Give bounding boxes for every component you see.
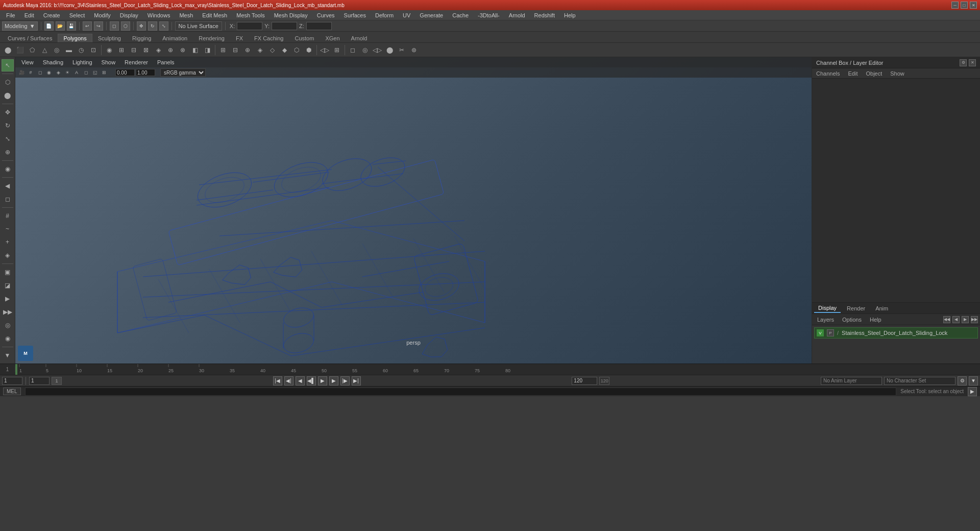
extrude-icon-btn[interactable]: ⊞ (116, 44, 127, 56)
wedge-btn[interactable]: ◆ (279, 44, 290, 56)
menu-edit[interactable]: Edit (20, 11, 38, 19)
next-frame-btn[interactable]: ▶ (329, 376, 338, 385)
end-frame-input[interactable] (572, 377, 597, 385)
show-manip-btn[interactable]: ◀ (2, 180, 14, 192)
menu-modify[interactable]: Modify (90, 11, 114, 19)
vp-field1[interactable] (115, 69, 135, 76)
insert-loop-btn[interactable]: ⊞ (217, 44, 229, 56)
ipr-btn[interactable]: ◪ (2, 279, 14, 292)
menu-create[interactable]: Create (39, 11, 64, 19)
soft-mod-btn[interactable]: ◉ (2, 163, 14, 175)
tab-custom[interactable]: Custom (289, 34, 320, 42)
bottom-btn[interactable]: ▼ (2, 349, 14, 361)
ch-tab-show[interactable]: Show (888, 69, 906, 78)
render-rgn-btn[interactable]: ▣ (2, 266, 14, 278)
xray-btn[interactable]: ◎ (2, 319, 14, 331)
menu-mesh-display[interactable]: Mesh Display (270, 11, 312, 19)
univ-manip-btn[interactable]: ⊕ (2, 146, 14, 158)
current-frame-input[interactable] (2, 377, 22, 385)
region-select-btn[interactable]: ◻ (2, 193, 14, 205)
vp-shaded-btn[interactable]: ◉ (45, 68, 53, 77)
torus-icon-btn[interactable]: ◎ (51, 44, 62, 56)
vp-grid-btn[interactable]: # (27, 68, 35, 77)
menu-file[interactable]: File (2, 11, 19, 19)
paint-sel-btn[interactable]: ⬤ (384, 44, 395, 56)
sel-constraint-btn[interactable]: ◻ (347, 44, 358, 56)
viewport[interactable]: View Shading Lighting Show Renderer Pane… (15, 57, 812, 364)
close-button[interactable]: ✕ (970, 2, 977, 9)
snap-view-btn[interactable]: ◈ (2, 249, 14, 261)
vp-renderer[interactable]: Renderer (120, 58, 152, 66)
le-options-btn[interactable]: Options (839, 316, 865, 324)
menu-3dtoall[interactable]: -3DtoAll- (474, 11, 504, 19)
rotate-tool-btn[interactable]: ↻ (2, 119, 14, 132)
lattice-btn[interactable]: ⊞ (331, 44, 342, 56)
pipe-icon-btn[interactable]: ⊡ (88, 44, 99, 56)
select-btn[interactable]: ◻ (110, 21, 119, 31)
merge-icon-btn[interactable]: ⊠ (140, 44, 152, 56)
script-exec-btn[interactable]: ▶ (968, 387, 977, 396)
menu-generate[interactable]: Generate (415, 11, 447, 19)
menu-uv[interactable]: UV (399, 11, 414, 19)
play-back-btn[interactable]: ◀▌ (307, 376, 316, 385)
le-tab-anim[interactable]: Anim (871, 304, 892, 312)
chamfer-btn[interactable]: ⬢ (303, 44, 314, 56)
target-weld-btn[interactable]: ⊛ (408, 44, 420, 56)
menu-edit-mesh[interactable]: Edit Mesh (198, 11, 231, 19)
xray-joints-btn[interactable]: ◉ (2, 332, 14, 345)
layer-row[interactable]: V P / Stainless_Steel_Door_Latch_Sliding… (814, 327, 978, 339)
sym-btn[interactable]: ◁▷ (372, 44, 383, 56)
le-prev-frame-btn[interactable]: ◀ (952, 316, 960, 323)
le-next-btn[interactable]: ▶▶ (971, 316, 978, 323)
vp-sel-btn[interactable]: ◻ (82, 68, 90, 77)
scale-tool-btn[interactable]: ⤡ (2, 133, 14, 145)
snap-curve-btn[interactable]: ~ (2, 223, 14, 235)
vp-iso-btn[interactable]: ◱ (91, 68, 99, 77)
menu-display[interactable]: Display (116, 11, 142, 19)
anim-settings-btn[interactable]: ▼ (969, 376, 978, 385)
le-layers-btn[interactable]: Layers (814, 316, 837, 324)
menu-help[interactable]: Help (560, 11, 580, 19)
menu-surfaces[interactable]: Surfaces (340, 11, 370, 19)
menu-windows[interactable]: Windows (143, 11, 175, 19)
save-btn[interactable]: 💾 (67, 21, 76, 31)
tab-animation[interactable]: Animation (157, 34, 193, 42)
menu-select[interactable]: Select (65, 11, 89, 19)
vp-shading[interactable]: Shading (39, 58, 67, 66)
separate-btn[interactable]: ◧ (189, 44, 201, 56)
new-scene-btn[interactable]: 📄 (44, 21, 54, 31)
le-prev-btn[interactable]: ◀◀ (943, 316, 950, 323)
duplicate-face-btn[interactable]: ⊕ (165, 44, 176, 56)
menu-arnold[interactable]: Arnold (505, 11, 529, 19)
layer-visibility-btn[interactable]: V (817, 329, 824, 336)
play-btn[interactable]: ▶ (318, 376, 327, 385)
tab-fx-caching[interactable]: FX Caching (249, 34, 289, 42)
prev-key-btn[interactable]: ◀| (284, 376, 293, 385)
minimize-button[interactable]: ─ (951, 2, 959, 9)
tab-fx[interactable]: FX (230, 34, 249, 42)
cb-close-btn[interactable]: ✕ (969, 59, 976, 66)
cone-icon-btn[interactable]: △ (39, 44, 50, 56)
current-frame2-input[interactable] (29, 377, 50, 385)
soft-sel-btn[interactable]: ◎ (359, 44, 371, 56)
slide-edge-btn[interactable]: ◈ (254, 44, 265, 56)
vp-show[interactable]: Show (97, 58, 120, 66)
goto-end-btn[interactable]: ▶| (352, 376, 361, 385)
vp-lighting[interactable]: Lighting (68, 58, 96, 66)
tab-curves-surfaces[interactable]: Curves / Surfaces (2, 34, 58, 42)
cb-settings-btn[interactable]: ⚙ (960, 59, 967, 66)
ch-tab-channels[interactable]: Channels (814, 69, 842, 78)
sphere-icon-btn[interactable]: ⬤ (2, 44, 13, 56)
vp-tex-btn[interactable]: ◈ (54, 68, 62, 77)
combine-btn[interactable]: ◨ (202, 44, 213, 56)
menu-curves[interactable]: Curves (313, 11, 339, 19)
le-help-btn[interactable]: Help (867, 316, 885, 324)
lasso-tool-btn[interactable]: ⬡ (2, 76, 14, 88)
scale-btn[interactable]: ⤡ (159, 21, 168, 31)
tab-arnold[interactable]: Arnold (346, 34, 373, 42)
menu-redshift[interactable]: Redshift (530, 11, 559, 19)
bridge-icon-btn[interactable]: ⊟ (128, 44, 139, 56)
vp-panels[interactable]: Panels (153, 58, 179, 66)
fill-hole-btn[interactable]: ◈ (153, 44, 164, 56)
y-input[interactable] (272, 22, 297, 30)
